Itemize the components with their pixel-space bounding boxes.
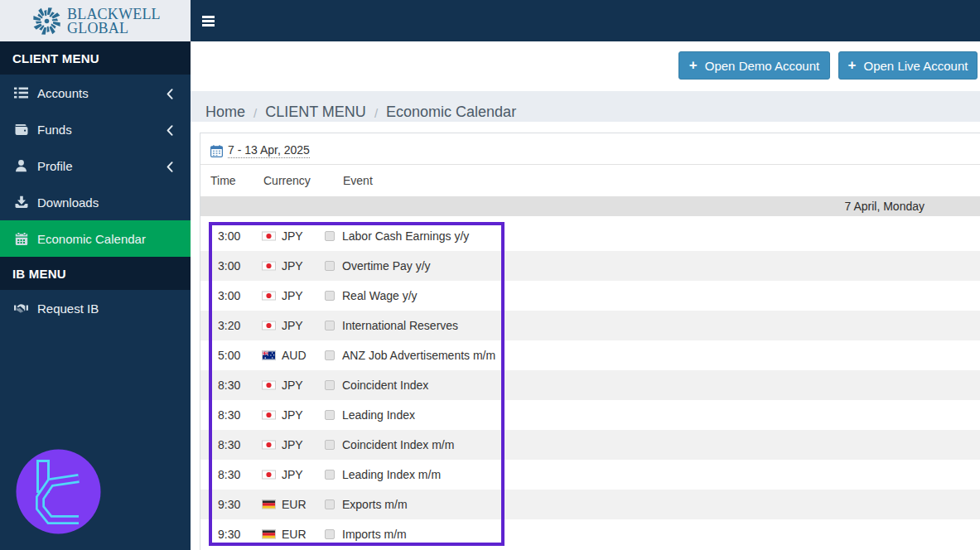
event-checkbox[interactable] (325, 350, 335, 360)
sidebar-item-label: Request IB (37, 302, 99, 316)
sidebar-item-label: Accounts (37, 86, 89, 100)
download-icon (14, 195, 28, 210)
sidebar-item-accounts[interactable]: Accounts (0, 75, 191, 111)
brand-burst-icon (32, 6, 61, 36)
event-checkbox[interactable] (325, 291, 335, 301)
event-checkbox[interactable] (325, 231, 335, 241)
column-header-time: Time (210, 174, 236, 187)
breadcrumb-separator: / (253, 106, 257, 120)
table-row[interactable]: 9:30EURImports m/m (200, 519, 980, 549)
table-row[interactable]: 8:30JPYLeading Index (200, 400, 980, 430)
event-time: 3:00 (218, 259, 240, 273)
brand-name: BLACKWELL GLOBAL (67, 7, 161, 36)
event-name: Leading Index (342, 408, 415, 422)
user-icon (14, 159, 28, 173)
event-rows: 3:00JPYLabor Cash Earnings y/y3:00JPYOve… (200, 221, 980, 549)
jp-flag-icon (262, 262, 276, 271)
event-currency: JPY (282, 408, 303, 422)
event-checkbox[interactable] (325, 261, 335, 271)
hamburger-icon[interactable] (202, 0, 239, 41)
event-checkbox[interactable] (325, 380, 335, 390)
breadcrumb-item-client-menu[interactable]: CLIENT MENU (265, 104, 366, 121)
event-name: Overtime Pay y/y (342, 259, 431, 273)
event-checkbox[interactable] (325, 499, 335, 509)
event-time: 8:30 (218, 408, 240, 422)
table-row[interactable]: 5:00AUDANZ Job Advertisements m/m (200, 340, 980, 370)
jp-flag-icon (262, 441, 276, 450)
event-name: Imports m/m (342, 528, 407, 541)
menu-section-header: CLIENT MENU (0, 41, 191, 75)
event-currency: JPY (282, 468, 303, 481)
event-time: 8:30 (218, 438, 240, 451)
sidebar-item-economic-calendar[interactable]: Economic Calendar (0, 220, 191, 257)
breadcrumb: Home/CLIENT MENU/Economic Calendar (191, 91, 980, 122)
sidebar-item-label: Economic Calendar (37, 232, 146, 246)
event-time: 9:30 (218, 528, 240, 541)
table-row[interactable]: 8:30JPYCoincident Index m/m (200, 430, 980, 460)
event-checkbox[interactable] (325, 440, 335, 450)
date-range-link[interactable]: 7 - 13 Apr, 2025 (210, 143, 310, 158)
event-currency: JPY (282, 438, 303, 451)
breadcrumb-separator: / (374, 106, 378, 120)
topbar (191, 0, 980, 41)
jp-flag-icon (262, 411, 276, 420)
open-demo-account-label: Open Demo Account (705, 59, 819, 73)
day-header-label: 7 April, Monday (845, 200, 925, 213)
sidebar-item-profile[interactable]: Profile (0, 147, 191, 184)
event-checkbox[interactable] (325, 410, 335, 420)
table-row[interactable]: 8:30JPYLeading Index m/m (200, 460, 980, 490)
calendar-icon (14, 232, 28, 246)
event-checkbox[interactable] (325, 470, 335, 480)
plus-icon: + (689, 58, 698, 72)
event-time: 5:00 (218, 349, 240, 362)
jp-flag-icon (262, 470, 276, 480)
sidebar-item-funds[interactable]: Funds (0, 111, 191, 147)
jp-flag-icon (262, 232, 276, 241)
event-currency: AUD (282, 349, 307, 362)
event-time: 8:30 (218, 379, 240, 392)
event-currency: JPY (282, 259, 303, 273)
jp-flag-icon (262, 321, 276, 330)
date-range-label: 7 - 13 Apr, 2025 (228, 143, 310, 158)
column-header-event: Event (343, 174, 373, 187)
event-currency: JPY (282, 379, 303, 392)
event-name: ANZ Job Advertisements m/m (342, 349, 495, 362)
event-name: Leading Index m/m (342, 468, 441, 481)
open-demo-account-button[interactable]: + Open Demo Account (678, 51, 830, 80)
sidebar-item-request-ib[interactable]: Request IB (0, 290, 191, 326)
event-currency: JPY (282, 289, 303, 302)
event-time: 9:30 (218, 498, 240, 511)
wallet-icon (14, 123, 28, 137)
date-row: 7 - 13 Apr, 2025 (200, 133, 980, 165)
event-time: 3:00 (218, 229, 240, 243)
table-row[interactable]: 3:20JPYInternational Reserves (200, 311, 980, 340)
jp-flag-icon (262, 292, 276, 301)
event-name: Real Wage y/y (342, 289, 418, 302)
table-row[interactable]: 3:00JPYLabor Cash Earnings y/y (200, 221, 980, 251)
event-name: Labor Cash Earnings y/y (342, 229, 469, 243)
brand-logo[interactable]: BLACKWELL GLOBAL (0, 0, 191, 41)
app-window: BLACKWELL GLOBAL CLIENT MENUAccountsFund… (0, 0, 980, 550)
table-header-row: Time Currency Event (200, 165, 980, 196)
sidebar-item-downloads[interactable]: Downloads (0, 184, 191, 220)
breadcrumb-item-home[interactable]: Home (205, 104, 245, 121)
table-row[interactable]: 3:00JPYOvertime Pay y/y (200, 251, 980, 281)
sidebar-item-label: Funds (37, 123, 72, 137)
chevron-left-icon (167, 161, 173, 171)
column-header-currency: Currency (263, 174, 311, 187)
handshake-icon (14, 302, 28, 316)
open-live-account-button[interactable]: + Open Live Account (838, 51, 978, 80)
event-name: International Reserves (342, 319, 458, 332)
sidebar-menu: CLIENT MENUAccountsFundsProfileDownloads… (0, 41, 191, 326)
event-checkbox[interactable] (325, 529, 335, 539)
event-time: 3:20 (218, 319, 240, 332)
event-name: Exports m/m (342, 498, 408, 511)
event-checkbox[interactable] (325, 321, 335, 330)
table-row[interactable]: 3:00JPYReal Wage y/y (200, 281, 980, 311)
event-time: 8:30 (218, 468, 240, 481)
jp-flag-icon (262, 381, 276, 390)
de-flag-icon (262, 500, 276, 509)
au-flag-icon (262, 351, 276, 360)
table-row[interactable]: 8:30JPYCoincident Index (200, 370, 980, 400)
table-row[interactable]: 9:30EURExports m/m (200, 490, 980, 519)
